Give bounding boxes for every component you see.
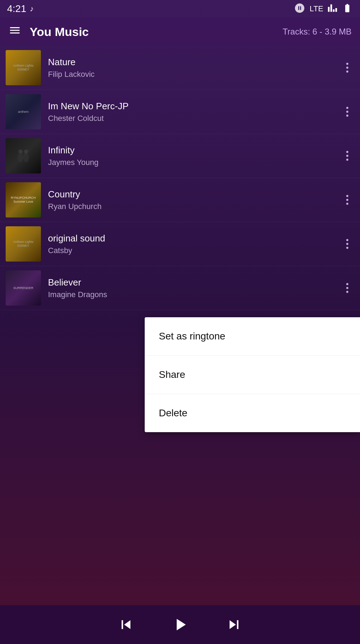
previous-button[interactable] (117, 616, 135, 633)
album-art: Anthem LightsDISNEY (6, 50, 41, 85)
album-art: SURRENDER (6, 270, 41, 306)
dot (346, 63, 348, 65)
dot (346, 247, 348, 249)
album-art: anthem (6, 94, 41, 129)
share-button[interactable]: Share (145, 356, 360, 394)
dot (346, 199, 348, 201)
more-options-button[interactable] (340, 235, 354, 252)
track-artist: Jaymes Young (48, 158, 333, 167)
art-label: anthem (17, 109, 30, 115)
track-artist: Chester Coldcut (48, 114, 333, 123)
art-label: Anthem LightsDISNEY (12, 239, 35, 249)
next-button[interactable] (225, 616, 243, 633)
context-menu: Set as ringtone Share Delete (145, 317, 360, 432)
dot (346, 287, 348, 289)
track-artist: Ryan Upchurch (48, 202, 333, 211)
more-options-button[interactable] (340, 147, 354, 164)
status-time: 4:21 (7, 3, 26, 14)
art-label: Anthem LightsDISNEY (12, 62, 35, 73)
dot (346, 243, 348, 245)
dot (346, 151, 348, 153)
list-item[interactable]: Infinity Jaymes Young (0, 134, 360, 178)
music-note-icon: ♪ (30, 4, 34, 13)
track-name: Im New No Perc-JP (48, 101, 333, 112)
list-item[interactable]: RYNUPCHURCHSummer Love Country Ryan Upch… (0, 178, 360, 222)
art-label: RYNUPCHURCHSummer Love (10, 195, 37, 205)
app-title: You Music (30, 25, 283, 39)
album-art: Anthem LightsDISNEY (6, 226, 41, 262)
album-art: RYNUPCHURCHSummer Love (6, 182, 41, 217)
track-name: original sound (48, 233, 333, 244)
list-item[interactable]: Anthem LightsDISNEY Nature Filip Lackovi… (0, 46, 360, 90)
track-info: Country Ryan Upchurch (41, 189, 340, 211)
hotspot-icon (294, 2, 305, 15)
svg-point-3 (24, 149, 28, 154)
dot (346, 70, 348, 73)
battery-icon (342, 3, 353, 14)
list-item[interactable]: anthem Im New No Perc-JP Chester Coldcut (0, 90, 360, 134)
dot (346, 111, 348, 113)
dot (346, 291, 348, 293)
dot (346, 239, 348, 241)
more-options-button[interactable] (340, 191, 354, 208)
track-artist: Imagine Dragons (48, 290, 333, 299)
dot (346, 283, 348, 285)
more-options-button[interactable] (340, 103, 354, 120)
art-label: SURRENDER (12, 285, 35, 292)
svg-point-2 (18, 149, 23, 154)
track-artist: Catsby (48, 246, 333, 255)
list-item[interactable]: Anthem LightsDISNEY original sound Catsb… (0, 222, 360, 266)
more-options-button[interactable] (340, 59, 354, 76)
dot (346, 67, 348, 69)
track-info: original sound Catsby (41, 233, 340, 255)
track-info: Im New No Perc-JP Chester Coldcut (41, 101, 340, 123)
track-name: Believer (48, 277, 333, 288)
set-ringtone-button[interactable]: Set as ringtone (145, 317, 360, 356)
lte-text: LTE (310, 4, 323, 13)
track-artist: Filip Lackovic (48, 70, 333, 79)
dot (346, 155, 348, 157)
signal-icon (328, 3, 337, 14)
svg-point-0 (18, 153, 23, 162)
dot (346, 159, 348, 161)
dot (346, 203, 348, 205)
hamburger-menu-icon[interactable] (8, 24, 21, 39)
play-button[interactable] (170, 615, 190, 634)
dot (346, 195, 348, 197)
track-info: Infinity Jaymes Young (41, 145, 340, 167)
status-bar: 4:21 ♪ LTE (0, 0, 360, 18)
album-art (6, 138, 41, 173)
track-name: Country (48, 189, 333, 200)
bottom-player (0, 605, 360, 644)
track-info: Believer Imagine Dragons (41, 277, 340, 299)
dot (346, 115, 348, 117)
status-left: 4:21 ♪ (7, 3, 34, 14)
tracks-info: Tracks: 6 - 3.9 MB (283, 27, 352, 37)
app-header: You Music Tracks: 6 - 3.9 MB (0, 18, 360, 46)
track-info: Nature Filip Lackovic (41, 57, 340, 79)
track-name: Nature (48, 57, 333, 68)
more-options-button[interactable] (340, 280, 354, 296)
track-list: Anthem LightsDISNEY Nature Filip Lackovi… (0, 46, 360, 310)
status-right: LTE (294, 2, 353, 15)
svg-point-1 (23, 153, 29, 162)
track-name: Infinity (48, 145, 333, 156)
list-item[interactable]: SURRENDER Believer Imagine Dragons (0, 266, 360, 310)
delete-button[interactable]: Delete (145, 394, 360, 432)
dot (346, 107, 348, 109)
